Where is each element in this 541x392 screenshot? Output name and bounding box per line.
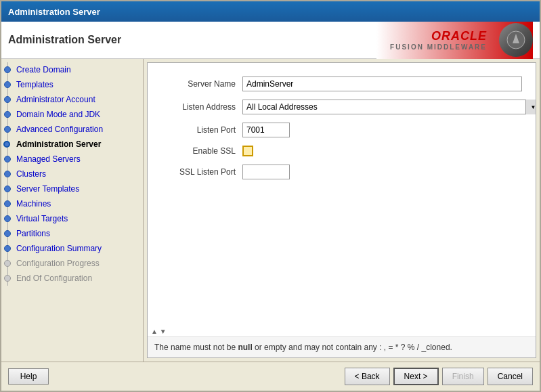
message-text-before: The name must not be [154,343,238,352]
oracle-sub-text: FUSION MIDDLEWARE [390,43,487,51]
enable-ssl-label: Enable SSL [161,146,242,156]
sidebar: Create Domain Templates Administrator Ac… [1,59,144,362]
navigation-buttons: < Back Next > Finish Cancel [345,368,533,385]
form-container: Server Name Listen Address All Local Add… [148,63,536,336]
message-bold-null: null [238,343,252,352]
form-area: Server Name Listen Address All Local Add… [148,63,536,201]
title-bar: Administration Server [1,1,540,22]
bottom-bar: Help < Back Next > Finish Cancel [1,362,540,391]
listen-address-select[interactable]: All Local Addresses [242,100,536,114]
message-text-after: or empty and may not contain any : , = *… [253,343,452,352]
listen-port-label: Listen Port [161,125,242,135]
sidebar-item-configuration-progress: Configuration Progress [1,256,143,271]
back-button[interactable]: < Back [345,368,390,385]
main-panel: Server Name Listen Address All Local Add… [144,59,540,362]
server-name-input[interactable] [242,77,522,91]
ssl-listen-port-label: SSL Listen Port [161,167,242,177]
sidebar-item-create-domain[interactable]: Create Domain [1,62,143,77]
sidebar-item-domain-mode-jdk[interactable]: Domain Mode and JDK [1,107,143,122]
next-button[interactable]: Next > [393,368,439,385]
oracle-branding: ORACLE FUSION MIDDLEWARE [376,22,533,59]
oracle-brand-text: ORACLE [431,29,487,43]
server-name-row: Server Name [161,77,522,91]
oracle-logo-icon [499,23,533,57]
enable-ssl-checkbox[interactable] [242,146,253,156]
sidebar-item-templates[interactable]: Templates [1,77,143,92]
message-bar: The name must not be null or empty and m… [148,336,536,357]
header-title: Administration Server [8,34,121,46]
server-name-label: Server Name [161,79,242,89]
ssl-listen-port-row: SSL Listen Port [161,165,522,179]
sidebar-item-end-of-configuration: End Of Configuration [1,271,143,286]
ssl-checkbox-container [242,146,253,156]
sidebar-item-clusters[interactable]: Clusters [1,167,143,181]
content-area: Server Name Listen Address All Local Add… [147,62,536,358]
sidebar-item-administration-server: Administration Server [1,137,143,152]
listen-address-row: Listen Address All Local Addresses ▼ [161,100,522,114]
ssl-listen-port-input[interactable] [242,165,290,179]
listen-port-row: Listen Port [161,123,522,137]
main-content: Create Domain Templates Administrator Ac… [1,59,540,362]
top-header: Administration Server ORACLE FUSION MIDD… [1,22,540,59]
scroll-indicator: ▲ ▼ [151,328,167,335]
cancel-button[interactable]: Cancel [488,368,533,385]
listen-port-input[interactable] [242,123,290,137]
sidebar-item-configuration-summary[interactable]: Configuration Summary [1,241,143,256]
sidebar-item-server-templates[interactable]: Server Templates [1,181,143,196]
sidebar-item-advanced-configuration[interactable]: Advanced Configuration [1,122,143,137]
window-title: Administration Server [8,7,100,17]
enable-ssl-row: Enable SSL [161,146,522,156]
sidebar-item-managed-servers[interactable]: Managed Servers [1,152,143,167]
listen-address-label: Listen Address [161,102,242,112]
main-window: Administration Server Administration Ser… [0,0,541,392]
sidebar-item-virtual-targets[interactable]: Virtual Targets [1,211,143,226]
help-button[interactable]: Help [8,368,49,385]
sidebar-item-partitions[interactable]: Partitions [1,226,143,241]
sidebar-item-machines[interactable]: Machines [1,196,143,211]
sidebar-item-administrator-account[interactable]: Administrator Account [1,92,143,107]
finish-button[interactable]: Finish [442,368,484,385]
